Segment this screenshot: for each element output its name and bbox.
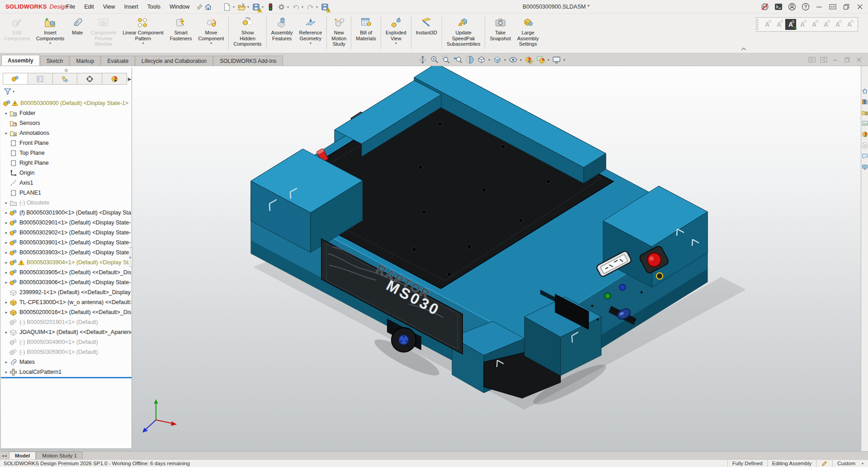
- qat-options-button[interactable]: [276, 1, 287, 12]
- view-settings-dropdown-icon[interactable]: ▾: [562, 58, 566, 62]
- expand-arrow-icon[interactable]: ▸: [3, 210, 9, 215]
- expand-arrow-icon[interactable]: ▸: [3, 360, 9, 364]
- tab-lifecycle-and-collaboration[interactable]: Lifecycle and Collaboration: [135, 56, 213, 66]
- tree-item[interactable]: Origin: [1, 168, 131, 178]
- dropdown-arrow-icon[interactable]: ▾: [210, 42, 212, 45]
- ribbon-instant3d-button[interactable]: Instant3D: [413, 14, 440, 51]
- qat-open-button[interactable]: [236, 1, 247, 12]
- restore-button[interactable]: [840, 1, 853, 13]
- qat-redo-dropdown-icon[interactable]: ▾: [316, 5, 319, 9]
- tree-item[interactable]: Axis1: [1, 178, 131, 188]
- annotation-new-icon[interactable]: A: [762, 19, 773, 30]
- qat-new-document-button[interactable]: [222, 1, 232, 12]
- configuration-selector[interactable]: Custom ▾: [837, 461, 868, 466]
- ribbon-show-hidden-button[interactable]: ShowHiddenComponents: [230, 14, 264, 51]
- ribbon-bom-button[interactable]: Bill ofMaterials: [353, 14, 379, 51]
- menu-file[interactable]: File: [61, 1, 80, 12]
- expand-arrow-icon[interactable]: ▸: [3, 131, 9, 135]
- close-button[interactable]: [854, 1, 866, 13]
- ribbon-take-snapshot-button[interactable]: TakeSnapshot: [486, 14, 514, 51]
- taskpane-forum-icon[interactable]: [862, 153, 868, 159]
- qat-redo-button[interactable]: [305, 1, 316, 12]
- qat-new-document-dropdown-icon[interactable]: ▾: [232, 5, 236, 9]
- panel-flyout-handle[interactable]: ▸: [129, 247, 132, 267]
- tree-item[interactable]: ▸ B00050303903<1> (Default) <Display Sta…: [1, 248, 131, 257]
- taskpane-appearances-icon[interactable]: [862, 131, 868, 138]
- annotation-insert-icon[interactable]: A↘: [785, 19, 796, 30]
- taskpane-design-library-icon[interactable]: [862, 99, 868, 105]
- tab-scroll-right-icon[interactable]: ▸: [5, 453, 8, 458]
- tree-item[interactable]: ▸ B00050303905<1> (Default) <<Default>_D…: [1, 267, 131, 277]
- dropdown-arrow-icon[interactable]: ▾: [395, 42, 397, 45]
- menu-view[interactable]: View: [99, 1, 120, 12]
- tab-solidworks-add-ins[interactable]: SOLIDWORKS Add-Ins: [213, 56, 283, 66]
- ribbon-update-speedpak-button[interactable]: UpdateSpeedPakSubassemblies: [443, 14, 484, 51]
- tree-item[interactable]: (-) B00050201901<1> (Default): [1, 317, 131, 327]
- minimize-button[interactable]: [813, 1, 826, 13]
- ribbon-assembly-features-button[interactable]: AssemblyFeatures: [268, 14, 296, 51]
- expand-arrow-icon[interactable]: ▸: [3, 270, 9, 275]
- filter-dropdown[interactable]: ▾: [13, 90, 14, 94]
- ribbon-insert-components-button[interactable]: InsertComponents ▾: [33, 14, 67, 51]
- span-displays-button[interactable]: [826, 1, 839, 13]
- pane-left-icon[interactable]: [807, 55, 816, 64]
- ribbon-smart-fasteners-button[interactable]: SmartFasteners: [167, 14, 195, 51]
- hide-show-items-button[interactable]: [507, 54, 519, 66]
- qat-home-button[interactable]: [203, 1, 213, 12]
- apply-scene-dropdown-icon[interactable]: ▾: [547, 58, 550, 62]
- tree-item[interactable]: Front Plane: [1, 138, 131, 148]
- tree-item[interactable]: ▸ B00050303901<1> (Default) <Display Sta…: [1, 238, 131, 248]
- panel-tab-dimxpertmanager[interactable]: [77, 73, 102, 85]
- menu-edit[interactable]: Edit: [80, 1, 99, 12]
- tree-item[interactable]: ▸ LocalCirPattern1: [1, 367, 131, 377]
- zoom-in-out-button[interactable]: [429, 54, 440, 66]
- expand-arrow-icon[interactable]: ▸: [3, 300, 9, 305]
- expand-arrow-icon[interactable]: ▸: [3, 310, 9, 315]
- command-prompt-icon[interactable]: [772, 1, 785, 13]
- tree-item[interactable]: ▸ B00050303906<1> (Default) <Display Sta…: [1, 277, 131, 287]
- previous-view-button[interactable]: [452, 54, 463, 66]
- pane-right-icon[interactable]: [819, 55, 828, 64]
- qat-options-dropdown-icon[interactable]: ▾: [287, 5, 290, 9]
- tree-item[interactable]: B00050300900 (Default) <Display State-1>: [1, 98, 131, 108]
- annotation-save-icon[interactable]: A: [821, 19, 831, 30]
- graphics-viewport[interactable]: RAPTOR MS030: [0, 66, 861, 451]
- expand-arrow-icon[interactable]: ▸: [3, 280, 9, 285]
- panel-tab-configurationmanager[interactable]: [53, 73, 78, 85]
- ribbon-linear-pattern-button[interactable]: Linear ComponentPattern ▾: [119, 14, 167, 51]
- ribbon-mate-button[interactable]: Mate: [67, 14, 87, 51]
- menu-insert[interactable]: Insert: [120, 1, 143, 12]
- hide-show-items-dropdown-icon[interactable]: ▾: [519, 58, 523, 62]
- tree-item[interactable]: ▸ JOAQUIM<1> (Default) <<Default>_Aparie…: [1, 327, 131, 337]
- tree-item[interactable]: Right Plane: [1, 158, 131, 168]
- expand-arrow-icon[interactable]: ▸: [3, 240, 9, 245]
- ribbon-exploded-view-button[interactable]: ExplodedView ▾: [382, 14, 410, 51]
- edit-appearance-button[interactable]: [523, 54, 534, 66]
- bottom-tab-model[interactable]: Model: [9, 452, 36, 459]
- filter-funnel-icon[interactable]: [4, 87, 12, 95]
- taskpane-monitor-icon[interactable]: [862, 164, 868, 170]
- apply-scene-button[interactable]: [535, 54, 546, 66]
- expand-arrow-icon[interactable]: ▸: [3, 230, 9, 235]
- ribbon-motion-study-button[interactable]: NewMotionStudy: [328, 14, 349, 51]
- ribbon-collapse-chevron[interactable]: [739, 46, 749, 52]
- qat-save-all-button[interactable]: [319, 1, 330, 12]
- panel-splitter-handle[interactable]: [65, 69, 68, 72]
- view-settings-button[interactable]: [551, 54, 562, 66]
- taskpane-file-explorer-icon[interactable]: [862, 110, 868, 116]
- dropdown-arrow-icon[interactable]: ▾: [142, 42, 144, 45]
- display-style-dropdown-icon[interactable]: ▾: [503, 58, 507, 62]
- doc-close-icon[interactable]: [854, 55, 863, 64]
- tree-item[interactable]: ▸ B00050302902<1> (Default) <Display Sta…: [1, 228, 131, 238]
- tree-item[interactable]: PLANE1: [1, 188, 131, 198]
- zoom-to-fit-button[interactable]: [417, 54, 428, 66]
- menu-window[interactable]: Window: [165, 1, 194, 12]
- taskpane-resources-icon[interactable]: [862, 88, 868, 94]
- qat-open-dropdown-icon[interactable]: ▾: [247, 5, 250, 9]
- ribbon-component-preview-button[interactable]: ComponentPreviewWindow: [87, 14, 119, 51]
- account-icon[interactable]: [786, 1, 798, 13]
- expand-arrow-icon[interactable]: ▸: [3, 200, 9, 205]
- annotation-update-icon[interactable]: A: [844, 19, 855, 30]
- tab-evaluate[interactable]: Evaluate: [101, 56, 135, 66]
- help-icon[interactable]: ?: [799, 1, 812, 13]
